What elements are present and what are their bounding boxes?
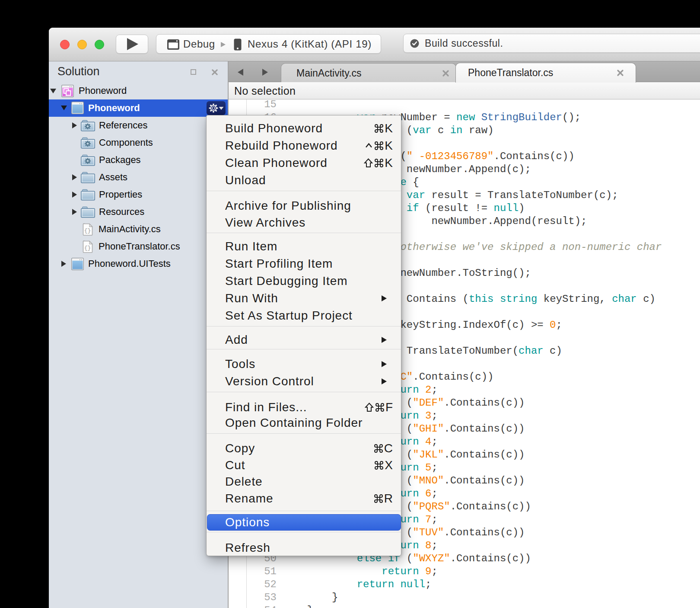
svg-text:{}: {} [84,227,91,234]
svg-text:{}: {} [84,245,91,251]
